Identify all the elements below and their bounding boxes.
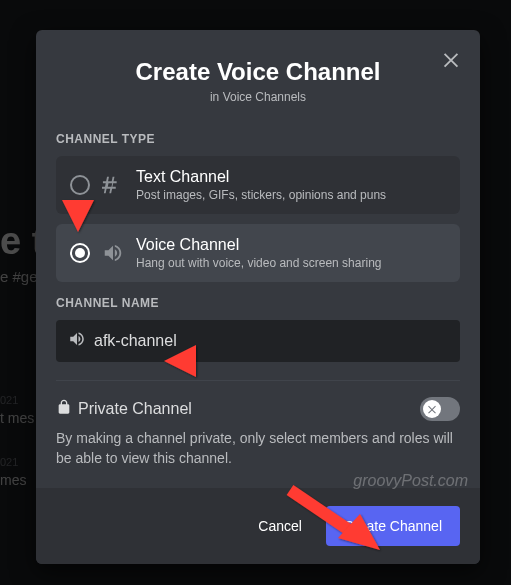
lock-icon: [56, 399, 72, 419]
private-channel-label-group: Private Channel: [56, 399, 192, 419]
cancel-button[interactable]: Cancel: [250, 508, 310, 544]
option-text-channel[interactable]: Text Channel Post images, GIFs, stickers…: [56, 156, 460, 214]
option-title: Text Channel: [136, 168, 446, 186]
option-desc: Post images, GIFs, stickers, opinions an…: [136, 188, 446, 202]
radio-selected: [70, 243, 90, 263]
close-button[interactable]: [440, 48, 462, 74]
create-channel-modal: Create Voice Channel in Voice Channels C…: [36, 30, 480, 564]
modal-header: Create Voice Channel in Voice Channels: [36, 30, 480, 118]
hash-icon: [102, 174, 124, 196]
private-channel-row: Private Channel: [36, 397, 480, 421]
modal-title: Create Voice Channel: [56, 58, 460, 86]
x-icon: [426, 403, 438, 415]
channel-name-input[interactable]: [56, 320, 460, 362]
divider: [56, 380, 460, 381]
private-channel-desc: By making a channel private, only select…: [36, 421, 480, 488]
speaker-icon: [102, 242, 124, 264]
radio-unselected: [70, 175, 90, 195]
option-text: Text Channel Post images, GIFs, stickers…: [136, 168, 446, 202]
option-title: Voice Channel: [136, 236, 446, 254]
channel-name-label: CHANNEL NAME: [36, 296, 480, 310]
channel-name-input-wrap: [56, 320, 460, 362]
modal-subtitle: in Voice Channels: [56, 90, 460, 104]
private-channel-label: Private Channel: [78, 400, 192, 418]
speaker-icon: [68, 330, 86, 352]
toggle-knob: [423, 400, 441, 418]
option-text: Voice Channel Hang out with voice, video…: [136, 236, 446, 270]
close-icon: [440, 48, 462, 70]
create-channel-button[interactable]: Create Channel: [326, 506, 460, 546]
channel-type-label: CHANNEL TYPE: [36, 132, 480, 146]
private-toggle[interactable]: [420, 397, 460, 421]
option-voice-channel[interactable]: Voice Channel Hang out with voice, video…: [56, 224, 460, 282]
channel-type-options: Text Channel Post images, GIFs, stickers…: [36, 156, 480, 282]
modal-footer: Cancel Create Channel: [36, 488, 480, 564]
option-desc: Hang out with voice, video and screen sh…: [136, 256, 446, 270]
